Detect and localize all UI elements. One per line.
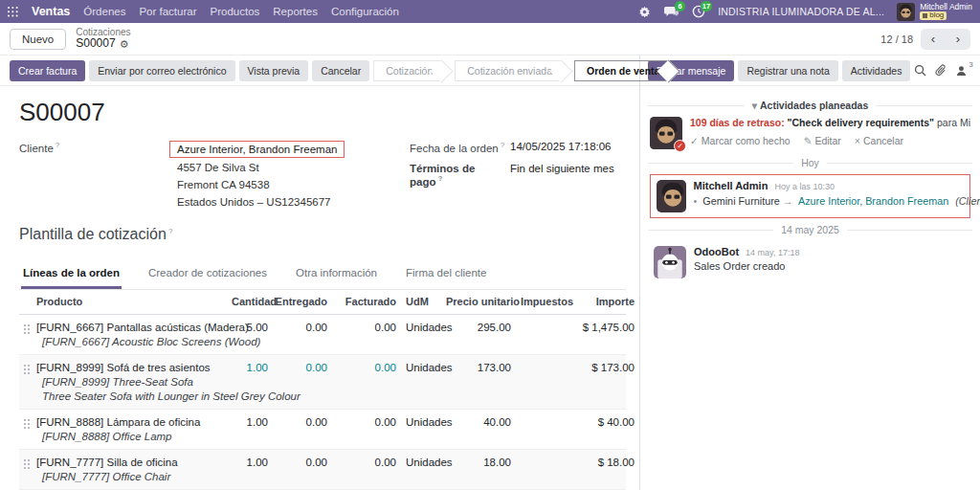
send-email-button[interactable]: Enviar por correo electrónico: [89, 60, 234, 81]
activity-title: "Check delivery requirements": [788, 117, 935, 128]
trash-icon[interactable]: [636, 450, 639, 478]
followers-count: 3: [969, 60, 972, 72]
pager-counter: 12 / 18: [880, 33, 913, 45]
nav-item-por-facturar[interactable]: Por facturar: [139, 6, 196, 17]
nav-item-configuracion[interactable]: Configuración: [331, 6, 399, 17]
notebook-tabs: Líneas de la orden Creador de cotizacion…: [19, 260, 626, 290]
messages-badge: 6: [675, 1, 685, 11]
trash-icon[interactable]: [636, 355, 639, 383]
tracking-change-line: • Gemini Furniture → Azure Interior, Bra…: [694, 195, 964, 207]
customer-field[interactable]: Azure Interior, Brandon Freeman: [169, 141, 345, 158]
caret-down-icon: ▾: [752, 100, 757, 111]
chatter-pane: Enviar mensaje Registrar una nota Activi…: [640, 56, 980, 490]
drag-handle-icon[interactable]: [19, 450, 34, 468]
col-entregado[interactable]: Entregado: [270, 290, 329, 313]
drag-handle-icon[interactable]: [19, 355, 34, 373]
tag-square-icon: [923, 13, 927, 18]
messages-icon[interactable]: 6: [664, 5, 679, 19]
cancel-activity-link[interactable]: ×Cancelar: [855, 135, 903, 146]
statusbar: Cotización Cotización enviada Orden de v…: [373, 60, 681, 81]
order-sheet: S00007 Cliente? Azure Interior, Brandon …: [0, 86, 639, 490]
pager-next-button[interactable]: ›: [946, 29, 970, 50]
customer-address: 4557 De Silva St Fremont CA 94538 Estado…: [177, 160, 392, 211]
edit-activity-link[interactable]: ✎Editar: [804, 135, 841, 146]
nav-item-ordenes[interactable]: Órdenes: [83, 6, 125, 17]
trash-icon[interactable]: [636, 410, 639, 437]
breadcrumb-current: S00007: [76, 37, 115, 51]
arrow-right-icon: →: [783, 195, 793, 207]
drag-handle-icon[interactable]: [19, 315, 34, 333]
col-udm[interactable]: UdM: [398, 290, 444, 313]
table-row[interactable]: [FURN_8888] Lámpara de oficina[FURN_8888…: [19, 410, 626, 450]
mark-done-link[interactable]: ✓Marcar como hecho: [690, 135, 791, 146]
status-step-orden-de-venta[interactable]: Orden de venta: [574, 60, 669, 81]
activity-clock-icon[interactable]: 17: [691, 5, 705, 19]
col-importe[interactable]: Importe: [565, 290, 636, 313]
pager: 12 / 18 ‹ ›: [880, 29, 970, 50]
help-marker: ?: [56, 141, 59, 149]
order-date-field[interactable]: 14/05/2025 17:18:06: [510, 141, 612, 154]
col-facturado[interactable]: Facturado: [329, 290, 398, 313]
action-band: Crear factura Enviar por correo electrón…: [0, 56, 639, 86]
company-name[interactable]: INDISTRIA ILUMINADORA DE AL...: [718, 6, 884, 17]
new-button[interactable]: Nuevo: [10, 29, 66, 50]
table-row[interactable]: [FURN_8999] Sofá de tres asientos[FURN_8…: [19, 355, 626, 410]
col-impuestos[interactable]: Impuestos: [513, 290, 565, 313]
message-author[interactable]: Mitchell Admin: [694, 180, 768, 191]
user-name: Mitchell Admin: [920, 3, 972, 11]
trash-icon[interactable]: [636, 315, 639, 343]
activity-assignee: para Mitchell Admin: [937, 117, 970, 128]
pager-prev-button[interactable]: ‹: [921, 29, 946, 50]
activities-button[interactable]: Actividades: [842, 60, 911, 81]
payment-terms-label: Términos de pago?: [410, 163, 510, 188]
bullet: •: [694, 195, 698, 207]
date-divider: 14 may 2025: [648, 224, 972, 235]
col-producto[interactable]: Producto: [34, 290, 230, 313]
search-icon[interactable]: [914, 64, 926, 77]
message-tracking[interactable]: Mitchell Admin Hoy a las 10:30 • Gemini …: [650, 174, 970, 218]
log-note-button[interactable]: Registrar una nota: [738, 60, 837, 81]
optional-columns-icon[interactable]: [636, 290, 639, 314]
planned-activities-header[interactable]: ▾Actividades planeadas: [752, 100, 869, 111]
gear-icon[interactable]: [637, 5, 652, 19]
table-row[interactable]: [FURN_6667] Pantallas acústicas (Madera)…: [19, 315, 626, 355]
cancel-button[interactable]: Cancelar: [312, 60, 369, 81]
status-step-cotizacion[interactable]: Cotización: [373, 60, 442, 81]
followers-icon[interactable]: 3: [955, 65, 971, 77]
create-invoice-button[interactable]: Crear factura: [10, 60, 85, 81]
x-icon: ×: [855, 135, 860, 146]
drag-handle-icon[interactable]: [19, 410, 34, 428]
tab-creador-de-cotizaciones[interactable]: Creador de cotizaciones: [146, 260, 269, 289]
preview-button[interactable]: Vista previa: [239, 60, 309, 81]
col-cantidad[interactable]: Cantidad: [230, 290, 270, 313]
quotation-template-label: Plantilla de cotización?: [19, 226, 626, 243]
status-step-cotizacion-enviada[interactable]: Cotización enviada: [455, 60, 562, 81]
user-menu[interactable]: Mitchell Admin blog: [897, 3, 972, 21]
payment-terms-field[interactable]: Fin del siguiente mes: [510, 163, 614, 188]
table-row[interactable]: [FURN_7777] Silla de oficina[FURN_7777] …: [19, 450, 626, 490]
message-body: Sales Order creado: [694, 260, 799, 272]
order-name: S00007: [19, 98, 626, 127]
nav-item-productos[interactable]: Productos: [211, 6, 260, 17]
chatter-toolbar: Enviar mensaje Registrar una nota Activi…: [640, 56, 980, 86]
nav-item-reportes[interactable]: Reportes: [273, 6, 318, 17]
col-precio-unitario[interactable]: Precio unitario: [444, 290, 513, 313]
today-divider: Hoy: [648, 157, 972, 168]
form-pane: Crear factura Enviar por correo electrón…: [0, 56, 640, 490]
check-icon: ✓: [690, 135, 699, 146]
app-name[interactable]: Ventas: [32, 5, 70, 18]
apps-grid-icon[interactable]: [8, 7, 18, 17]
overdue-activity-badge-icon: ✓: [674, 140, 686, 152]
breadcrumb: Cotizaciones S00007 ⚙: [76, 27, 130, 51]
message-odoobot[interactable]: OdooBot 14 may, 17:18 Sales Order creado: [648, 241, 972, 283]
tab-lineas-de-la-orden[interactable]: Líneas de la orden: [21, 260, 122, 289]
tab-firma-del-cliente[interactable]: Firma del cliente: [404, 260, 488, 289]
activity-overdue: 109 días de retraso:: [690, 117, 785, 128]
customer-link[interactable]: Azure Interior, Brandon Freeman: [798, 195, 948, 207]
tab-otra-informacion[interactable]: Otra información: [294, 260, 379, 289]
activity-badge: 17: [701, 1, 712, 11]
message-author[interactable]: OdooBot: [694, 246, 739, 257]
record-actions-gear-icon[interactable]: ⚙: [120, 38, 129, 51]
planned-activities-divider: ▾Actividades planeadas: [648, 100, 972, 111]
attachment-icon[interactable]: [935, 64, 947, 77]
